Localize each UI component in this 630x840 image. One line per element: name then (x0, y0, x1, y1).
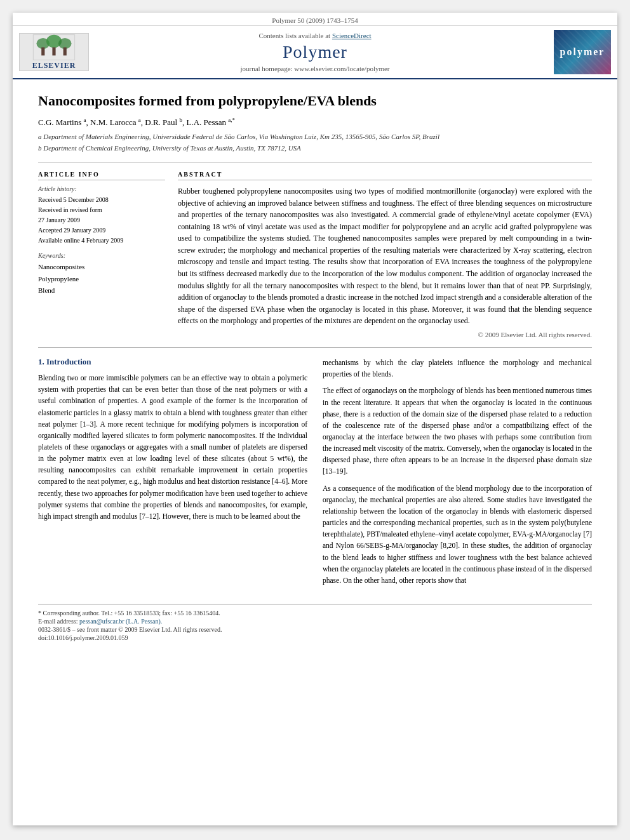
intro-text-right: mechanisms by which the clay platelets i… (323, 357, 592, 586)
authors: C.G. Martins a, N.M. Larocca a, D.R. Pau… (38, 117, 592, 128)
affiliation-b: b Department of Chemical Engineering, Un… (38, 143, 592, 154)
info-abstract-section: ARTICLE INFO Article history: Received 5… (38, 163, 592, 338)
citation-bar: Polymer 50 (2009) 1743–1754 (13, 13, 617, 26)
citation-text: Polymer 50 (2009) 1743–1754 (272, 17, 358, 24)
body-col-left: 1. Introduction Blending two or more imm… (38, 357, 307, 591)
svg-rect-4 (52, 48, 55, 56)
email-label: E-mail address: (38, 618, 77, 625)
article-info-label: ARTICLE INFO (38, 171, 165, 180)
doi-line: doi:10.1016/j.polymer.2009.01.059 (38, 634, 592, 641)
journal-center: Contents lists available at ScienceDirec… (102, 32, 528, 72)
elsevier-logo-area: ELSEVIER (19, 33, 102, 71)
polymer-logo: polymer (554, 30, 611, 74)
journal-title: Polymer (102, 42, 528, 62)
contents-line: Contents lists available at ScienceDirec… (102, 32, 528, 39)
issn-line: 0032-3861/$ – see front matter © 2009 El… (38, 626, 592, 633)
document-page: Polymer 50 (2009) 1743–1754 ELSEVIER (13, 13, 617, 825)
section-divider (38, 347, 592, 348)
homepage-line: journal homepage: www.elsevier.com/locat… (102, 65, 528, 72)
copyright: © 2009 Elsevier Ltd. All rights reserved… (178, 331, 592, 338)
corresponding-author: * Corresponding author. Tel.: +55 16 335… (38, 610, 592, 617)
article-info-col: ARTICLE INFO Article history: Received 5… (38, 171, 165, 338)
email-line: E-mail address: pessan@ufscar.br (L.A. P… (38, 618, 592, 625)
polymer-logo-area: polymer (528, 30, 611, 74)
received-revised: Received in revised form (38, 205, 165, 215)
article-title: Nanocomposites formed from polypropylene… (38, 92, 592, 110)
keyword-3: Blend (38, 284, 165, 297)
keyword-2: Polypropylene (38, 273, 165, 285)
received-1: Received 5 December 2008 (38, 195, 165, 205)
history-label: Article history: (38, 185, 165, 192)
available-online: Available online 4 February 2009 (38, 236, 165, 246)
revised-date: 27 January 2009 (38, 215, 165, 225)
keyword-1: Nanocomposites (38, 261, 165, 273)
email-address: pessan@ufscar.br (L.A. Pessan). (79, 618, 162, 625)
body-col-right: mechanisms by which the clay platelets i… (323, 357, 592, 591)
svg-rect-6 (64, 48, 67, 56)
affiliation-a: a Department of Materials Engineering, U… (38, 131, 592, 142)
affiliations: a Department of Materials Engineering, U… (38, 131, 592, 154)
abstract-label: ABSTRACT (178, 171, 592, 180)
elsevier-text: ELSEVIER (32, 61, 76, 70)
keywords-label: Keywords: (38, 252, 165, 259)
elsevier-logo: ELSEVIER (19, 33, 89, 71)
article-content: Nanocomposites formed from polypropylene… (13, 79, 617, 655)
intro-heading: 1. Introduction (38, 357, 307, 367)
footer-notes: * Corresponding author. Tel.: +55 16 335… (38, 604, 592, 641)
abstract-col: ABSTRACT Rubber toughened polypropylene … (178, 171, 592, 338)
keywords-list: Nanocomposites Polypropylene Blend (38, 261, 165, 297)
accepted: Accepted 29 January 2009 (38, 225, 165, 236)
journal-header: ELSEVIER Contents lists available at Sci… (13, 26, 617, 79)
abstract-text: Rubber toughened polypropylene nanocompo… (178, 185, 592, 327)
svg-rect-2 (41, 48, 44, 56)
intro-text-left: Blending two or more immiscible polymers… (38, 372, 307, 522)
sciencedirect-link[interactable]: ScienceDirect (332, 32, 372, 39)
body-content: 1. Introduction Blending two or more imm… (38, 357, 592, 591)
